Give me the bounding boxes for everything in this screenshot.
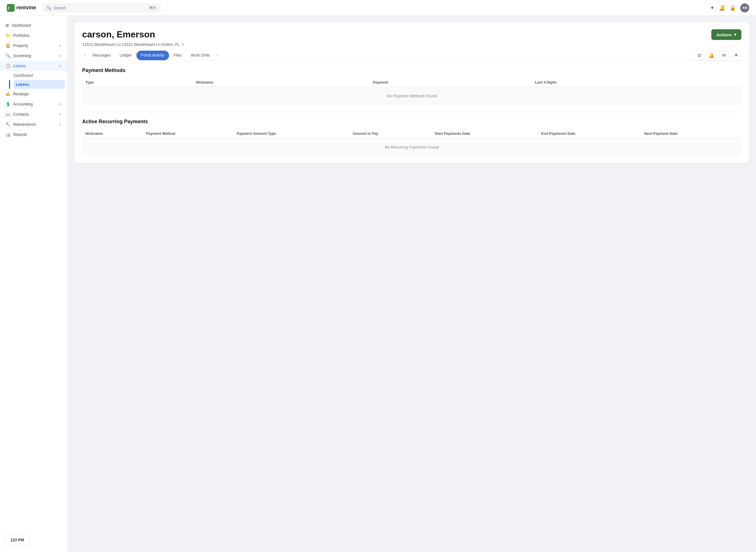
sidebar-item-leases-leases[interactable]: Leases	[13, 80, 65, 89]
actions-label: Actions	[716, 32, 732, 37]
payment-methods-table: Type Nickname Payment Last 4 Digits No P…	[82, 78, 741, 105]
sidebar-item-label: Reports	[13, 132, 27, 137]
col-payment-amount-type: Payment Amount Type	[234, 129, 349, 138]
tab-action-buttons: ⧉ 🔔 ✉ 👁	[694, 50, 741, 60]
accounting-icon: 💲	[6, 102, 10, 106]
search-input[interactable]	[53, 6, 146, 10]
col-end-date: End Payments Date	[538, 129, 641, 138]
tab-portal-activity[interactable]: Portal Activity	[136, 51, 169, 60]
address-bar: 11521 Woodmount Ln 11521 Woodmount Ln Es…	[74, 40, 749, 47]
content-card: carson, Emerson Actions ▾ 11521 Woodmoun…	[74, 22, 749, 163]
payment-methods-section: Payment Methods Type Nickname Payment La…	[74, 61, 749, 112]
col-type: Type	[82, 78, 193, 87]
notification-dot	[723, 4, 725, 7]
main-content: carson, Emerson Actions ▾ 11521 Woodmoun…	[67, 16, 756, 552]
sidebar-item-accounting[interactable]: 💲 Accounting ∨	[0, 99, 67, 109]
sidebar: ⊞ Dashboard 📁 Portfolios 🏠 Property ∨ 🔍 …	[0, 16, 67, 552]
leases-submenu: Dashboard Leases	[0, 71, 67, 89]
maintenance-icon: 🔧	[6, 122, 10, 127]
recurring-payments-section: Active Recurring Payments Nickname Payme…	[74, 112, 749, 163]
sidebar-item-label: Property	[13, 43, 28, 48]
search-icon: 🔍	[46, 6, 51, 10]
address-text: 11521 Woodmount Ln 11521 Woodmount Ln Es…	[82, 42, 180, 47]
col-amount-to-pay: Amount to Pay	[349, 129, 431, 138]
tabs-bar: ‹ Messages Ledger Portal Activity Files …	[74, 47, 749, 61]
external-link-button[interactable]: ⧉	[694, 50, 704, 60]
sidebar-item-label: Contacts	[13, 112, 29, 117]
sidebar-item-leases[interactable]: 📋 Leases ∧	[0, 61, 67, 71]
property-icon: 🏠	[6, 43, 10, 48]
recurring-payments-title: Active Recurring Payments	[82, 119, 741, 125]
sidebar-item-dashboard[interactable]: ⊞ Dashboard	[0, 20, 67, 30]
col-start-date: Start Payments Date	[431, 129, 538, 138]
dashboard-icon: ⊞	[6, 23, 9, 28]
screening-icon: 🔍	[6, 53, 10, 58]
tab-work-orders[interactable]: Work Orde	[186, 50, 214, 61]
empty-message: No Recurring Payments Found	[82, 138, 741, 156]
tabs-prev-button[interactable]: ‹	[82, 52, 88, 59]
search-shortcut: ⌘ K	[148, 6, 157, 10]
sidebar-item-rentsign[interactable]: ✍ Rentsign	[0, 89, 67, 99]
leases-icon: 📋	[6, 63, 10, 68]
table-empty-row: No Payment Methods Found	[82, 87, 741, 105]
sidebar-item-label: Leases	[13, 63, 26, 68]
chevron-down-icon[interactable]: ∨	[181, 42, 184, 47]
notifications-button[interactable]: 🔔	[719, 5, 725, 11]
top-navigation: r rentvine 🔍 ⌘ K ✦ 🔔 🔒 AN	[0, 0, 756, 16]
sidebar-item-screening[interactable]: 🔍 Screening ∨	[0, 51, 67, 61]
reports-icon: 📊	[6, 132, 10, 137]
sidebar-item-reports[interactable]: 📊 Reports	[0, 129, 67, 140]
avatar[interactable]: AN	[740, 3, 749, 12]
payment-methods-title: Payment Methods	[82, 67, 741, 74]
chevron-down-icon: ∨	[59, 112, 61, 116]
col-nickname: Nickname	[82, 129, 143, 138]
tab-files[interactable]: Files	[169, 50, 186, 61]
main-layout: ⊞ Dashboard 📁 Portfolios 🏠 Property ∨ 🔍 …	[0, 16, 756, 552]
nav-icons: ✦ 🔔 🔒 AN	[710, 3, 749, 12]
table-header-row: Nickname Payment Method Payment Amount T…	[82, 129, 741, 138]
brand-name: rentvine	[16, 5, 36, 11]
svg-text:r: r	[8, 6, 10, 10]
chevron-down-icon: ▾	[734, 32, 736, 37]
sidebar-item-label: Portfolios	[13, 33, 29, 38]
col-next-date: Next Payment Date	[641, 129, 741, 138]
sidebar-item-property[interactable]: 🏠 Property ∨	[0, 40, 67, 51]
mail-button[interactable]: ✉	[719, 50, 729, 60]
table-empty-row: No Recurring Payments Found	[82, 138, 741, 156]
recurring-payments-table: Nickname Payment Method Payment Amount T…	[82, 129, 741, 156]
sidebar-item-maintenance[interactable]: 🔧 Maintenance ∨	[0, 119, 67, 129]
sidebar-item-label: Rentsign	[13, 92, 29, 96]
lock-button[interactable]: 🔒	[730, 5, 736, 11]
sidebar-item-label: Accounting	[13, 102, 33, 106]
sidebar-item-label: Screening	[13, 53, 31, 58]
eye-button[interactable]: 👁	[731, 50, 741, 60]
table-header-row: Type Nickname Payment Last 4 Digits	[82, 78, 741, 87]
search-bar[interactable]: 🔍 ⌘ K	[43, 4, 161, 12]
sidebar-item-label: Maintenance	[13, 122, 36, 127]
page-header: carson, Emerson Actions ▾	[74, 22, 749, 40]
sidebar-sub-label: Dashboard	[13, 73, 33, 78]
brand-logo[interactable]: r rentvine	[7, 4, 36, 12]
col-payment-method: Payment Method	[143, 129, 234, 138]
actions-button[interactable]: Actions ▾	[711, 29, 741, 40]
chevron-down-icon: ∨	[59, 54, 61, 58]
empty-message: No Payment Methods Found	[82, 87, 741, 105]
col-payment: Payment	[369, 78, 532, 87]
chevron-down-icon: ∨	[59, 102, 61, 106]
sidebar-sub-label: Leases	[16, 82, 29, 87]
portfolios-icon: 📁	[6, 33, 10, 38]
sidebar-item-label: Dashboard	[12, 23, 31, 28]
page-title: carson, Emerson	[82, 29, 155, 40]
bell-button[interactable]: 🔔	[707, 50, 717, 60]
tabs-next-button[interactable]: ›	[214, 52, 220, 59]
tab-ledger[interactable]: Ledger	[115, 50, 136, 61]
sidebar-item-contacts[interactable]: 📖 Contacts ∨	[0, 109, 67, 119]
chevron-down-icon: ∨	[59, 44, 61, 47]
time-badge: 123 PM	[4, 535, 30, 545]
col-nickname: Nickname	[193, 78, 369, 87]
tab-messages[interactable]: Messages	[88, 50, 115, 61]
sidebar-item-portfolios[interactable]: 📁 Portfolios	[0, 30, 67, 40]
contacts-icon: 📖	[6, 112, 10, 117]
ai-button[interactable]: ✦	[710, 5, 714, 11]
sidebar-item-leases-dashboard[interactable]: Dashboard	[13, 71, 67, 80]
